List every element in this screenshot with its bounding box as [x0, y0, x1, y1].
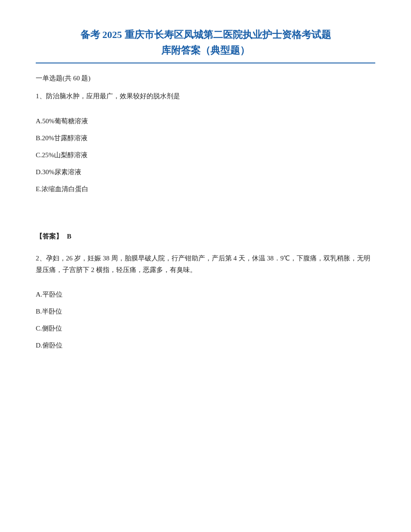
- question-1: 1、防治脑水肿，应用最广，效果较好的脱水剂是 A.50%葡萄糖溶液 B.20%甘…: [36, 91, 375, 194]
- question-2-option-c: C.侧卧位: [36, 323, 375, 334]
- question-1-option-d: D.30%尿素溶液: [36, 167, 375, 177]
- question-1-text: 1、防治脑水肿，应用最广，效果较好的脱水剂是: [36, 91, 375, 102]
- page-title: 备考 2025 重庆市长寿区凤城第二医院执业护士资格考试题 库附答案（典型题）: [36, 27, 375, 58]
- answer-1-value: B: [67, 233, 71, 240]
- question-1-option-c: C.25%山梨醇溶液: [36, 150, 375, 160]
- page-container: 备考 2025 重庆市长寿区凤城第二医院执业护士资格考试题 库附答案（典型题） …: [36, 27, 375, 351]
- question-1-option-a: A.50%葡萄糖溶液: [36, 116, 375, 126]
- question-2-option-a: A.平卧位: [36, 289, 375, 300]
- question-2: 2、孕妇，26 岁，妊娠 38 周，胎膜早破人院，行产钳助产，产后第 4 天，休…: [36, 253, 375, 351]
- question-1-answer: 【答案】 B: [36, 231, 375, 243]
- question-1-option-e: E.浓缩血清白蛋白: [36, 184, 375, 194]
- question-2-option-b: B.半卧位: [36, 306, 375, 317]
- section-label: 一单选题(共 60 题): [36, 74, 375, 83]
- title-divider: [36, 63, 375, 63]
- title-line2: 库附答案（典型题）: [36, 42, 375, 58]
- question-2-option-d: D.俯卧位: [36, 340, 375, 351]
- answer-1-label: 【答案】: [36, 233, 63, 240]
- question-2-text: 2、孕妇，26 岁，妊娠 38 周，胎膜早破人院，行产钳助产，产后第 4 天，休…: [36, 253, 375, 276]
- question-1-option-b: B.20%甘露醇溶液: [36, 133, 375, 143]
- title-line1: 备考 2025 重庆市长寿区凤城第二医院执业护士资格考试题: [36, 27, 375, 42]
